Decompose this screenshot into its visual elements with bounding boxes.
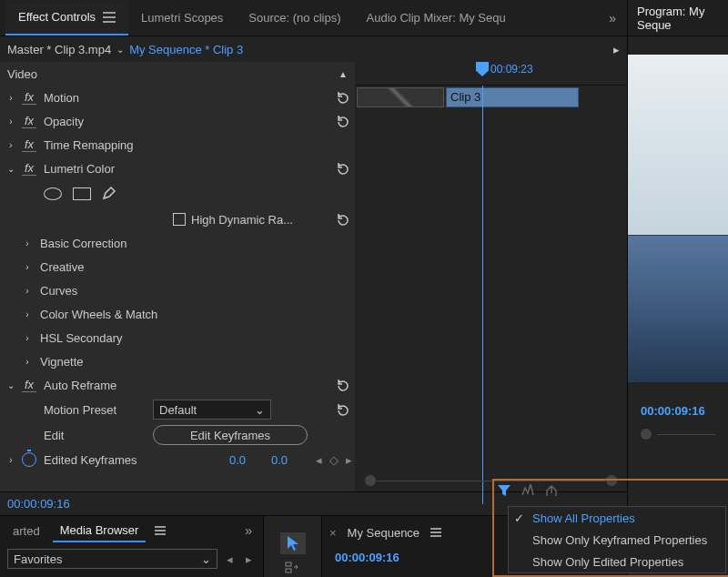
selection-tool-icon[interactable] bbox=[280, 532, 306, 554]
tab-my-sequence[interactable]: My Sequence bbox=[342, 523, 426, 542]
favorites-dropdown[interactable]: Favorites ⌄ bbox=[7, 549, 217, 569]
fx-badge-icon[interactable]: fx bbox=[22, 137, 36, 152]
twirl-icon[interactable]: › bbox=[5, 93, 16, 103]
program-monitor-view[interactable] bbox=[628, 55, 728, 382]
filter-popup-menu: Show All Properties Show Only Keyframed … bbox=[508, 506, 726, 573]
tab-program-monitor[interactable]: Program: My Seque bbox=[628, 0, 728, 36]
ellipse-mask-icon[interactable] bbox=[44, 187, 62, 200]
prev-keyframe-icon[interactable]: ◂ bbox=[313, 453, 325, 467]
tabs-overflow-icon[interactable]: » bbox=[603, 11, 622, 25]
filter-toolbar bbox=[497, 484, 559, 500]
hamburger-icon[interactable] bbox=[103, 12, 116, 23]
zoom-handle-right[interactable] bbox=[605, 474, 618, 487]
twirl-icon[interactable]: › bbox=[5, 140, 16, 150]
playhead-line bbox=[482, 86, 483, 504]
twirl-open-icon[interactable]: ⌄ bbox=[5, 164, 16, 174]
twirl-icon[interactable]: › bbox=[22, 262, 33, 272]
twirl-icon[interactable]: › bbox=[22, 357, 33, 367]
motion-preset-dropdown[interactable]: Default ⌄ bbox=[153, 400, 271, 420]
keyframe-value-2[interactable]: 0.0 bbox=[271, 453, 308, 467]
chevron-down-icon: ⌄ bbox=[201, 552, 211, 566]
twirl-icon[interactable]: › bbox=[5, 455, 16, 465]
collapse-icon[interactable]: ▲ bbox=[339, 69, 348, 79]
section-vignette[interactable]: ›Vignette bbox=[0, 349, 355, 373]
edit-keyframes-button[interactable]: Edit Keyframes bbox=[153, 425, 308, 445]
zoom-handle-left[interactable] bbox=[364, 474, 377, 487]
edit-keyframes-row: Edit Edit Keyframes bbox=[0, 422, 355, 448]
master-clip-label: Master * Clip 3.mp4 bbox=[7, 43, 111, 56]
reset-icon[interactable] bbox=[331, 402, 355, 417]
twirl-open-icon[interactable]: ⌄ bbox=[5, 380, 16, 390]
twirl-icon[interactable]: › bbox=[5, 116, 16, 127]
section-basic-correction[interactable]: ›Basic Correction bbox=[0, 231, 355, 255]
section-color-wheels[interactable]: ›Color Wheels & Match bbox=[0, 302, 355, 326]
hamburger-icon[interactable] bbox=[430, 528, 441, 537]
pen-mask-icon[interactable] bbox=[102, 186, 116, 203]
chevron-down-icon: ⌄ bbox=[255, 403, 265, 417]
clip-bar[interactable]: Clip 3 bbox=[446, 87, 579, 107]
media-browser-panel: arted Media Browser » Favorites ⌄ ◂ ▸ bbox=[0, 516, 264, 577]
tab-audio-mixer[interactable]: Audio Clip Mixer: My Sequ bbox=[354, 1, 519, 35]
twirl-icon[interactable]: › bbox=[22, 309, 33, 319]
menu-show-only-edited[interactable]: Show Only Edited Properties bbox=[509, 551, 725, 572]
stopwatch-icon[interactable] bbox=[22, 452, 36, 467]
tab-effect-controls[interactable]: Effect Controls bbox=[5, 1, 128, 35]
forward-icon[interactable]: ▸ bbox=[242, 552, 256, 566]
reset-icon[interactable] bbox=[331, 212, 355, 227]
sequence-clip-label[interactable]: My Sequence * Clip 3 bbox=[129, 43, 243, 56]
program-scrub[interactable] bbox=[628, 420, 728, 449]
mask-shape-row bbox=[0, 180, 355, 208]
keyframe-value-1[interactable]: 0.0 bbox=[229, 453, 266, 467]
clip-header-row: Master * Clip 3.mp4 ⌄ My Sequence * Clip… bbox=[0, 36, 627, 62]
video-header[interactable]: Video ▲ bbox=[0, 62, 355, 86]
twirl-icon[interactable]: › bbox=[22, 238, 33, 248]
tab-source[interactable]: Source: (no clips) bbox=[236, 1, 353, 35]
section-creative[interactable]: ›Creative bbox=[0, 255, 355, 278]
hdr-checkbox[interactable] bbox=[173, 213, 186, 226]
menu-show-only-keyframed[interactable]: Show Only Keyframed Properties bbox=[509, 529, 725, 551]
tabs-overflow-icon[interactable]: » bbox=[239, 523, 258, 538]
playhead-handle-icon[interactable] bbox=[476, 62, 489, 76]
close-tab-icon[interactable]: × bbox=[329, 526, 337, 540]
reset-icon[interactable] bbox=[331, 114, 355, 128]
section-curves[interactable]: ›Curves bbox=[0, 278, 355, 302]
fx-badge-icon[interactable]: fx bbox=[22, 114, 36, 128]
fx-opacity[interactable]: › fx Opacity bbox=[0, 109, 355, 133]
timeline-zoom-scrub[interactable] bbox=[355, 475, 627, 486]
twirl-icon[interactable]: › bbox=[22, 286, 33, 296]
next-keyframe-icon[interactable]: ▸ bbox=[343, 453, 355, 467]
playhead[interactable]: 00:09:23 bbox=[476, 62, 533, 76]
play-icon[interactable]: ▸ bbox=[613, 43, 620, 56]
back-icon[interactable]: ◂ bbox=[223, 552, 237, 566]
reset-icon[interactable] bbox=[331, 90, 355, 105]
hamburger-icon[interactable] bbox=[155, 526, 166, 535]
clip-gap bbox=[357, 87, 444, 107]
section-hsl-secondary[interactable]: ›HSL Secondary bbox=[0, 326, 355, 349]
timeline-ruler[interactable]: 00:09:23 bbox=[355, 62, 627, 86]
share-icon[interactable] bbox=[544, 484, 559, 500]
filter-icon[interactable] bbox=[497, 484, 511, 500]
tab-arted[interactable]: arted bbox=[5, 521, 47, 542]
effect-timeline[interactable]: 00:09:23 Clip 3 bbox=[355, 62, 627, 491]
reset-icon[interactable] bbox=[331, 378, 355, 392]
tab-lumetri-scopes[interactable]: Lumetri Scopes bbox=[128, 1, 236, 35]
program-timecode[interactable]: 00:00:09:16 bbox=[628, 382, 728, 420]
fx-motion[interactable]: › fx Motion bbox=[0, 86, 355, 109]
fx-lumetri-color[interactable]: ⌄ fx Lumetri Color bbox=[0, 157, 355, 180]
fx-badge-icon[interactable]: fx bbox=[22, 90, 36, 105]
fx-badge-icon[interactable]: fx bbox=[22, 378, 36, 392]
fx-time-remapping[interactable]: › fx Time Remapping bbox=[0, 133, 355, 157]
fx-auto-reframe[interactable]: ⌄ fx Auto Reframe bbox=[0, 373, 355, 397]
video-preview bbox=[628, 55, 728, 382]
audio-properties-icon[interactable] bbox=[521, 484, 535, 500]
chevron-down-icon[interactable]: ⌄ bbox=[116, 45, 124, 55]
rect-mask-icon[interactable] bbox=[73, 187, 91, 200]
add-keyframe-icon[interactable]: ◇ bbox=[327, 453, 341, 467]
track-tool-icon[interactable] bbox=[285, 562, 301, 577]
reset-icon[interactable] bbox=[331, 161, 355, 176]
twirl-icon[interactable]: › bbox=[22, 333, 33, 343]
menu-show-all-properties[interactable]: Show All Properties bbox=[509, 507, 725, 529]
fx-badge-icon[interactable]: fx bbox=[22, 161, 36, 176]
tab-media-browser[interactable]: Media Browser bbox=[53, 520, 147, 542]
scrub-handle[interactable] bbox=[641, 429, 652, 440]
